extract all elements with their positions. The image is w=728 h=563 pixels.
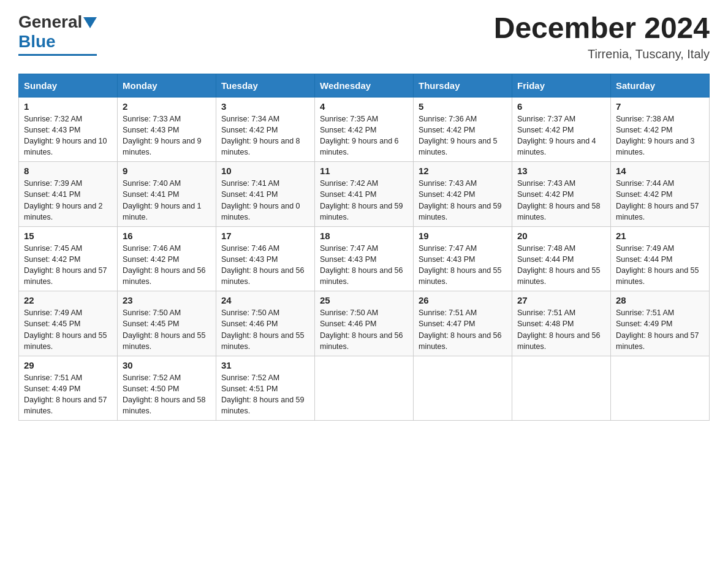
day-info: Sunrise: 7:44 AMSunset: 4:42 PMDaylight:… — [616, 178, 704, 223]
calendar-cell: 23Sunrise: 7:50 AMSunset: 4:45 PMDayligh… — [118, 291, 216, 356]
day-info: Sunrise: 7:35 AMSunset: 4:42 PMDaylight:… — [320, 113, 408, 158]
calendar-cell: 20Sunrise: 7:48 AMSunset: 4:44 PMDayligh… — [512, 226, 611, 291]
calendar-cell: 1Sunrise: 7:32 AMSunset: 4:43 PMDaylight… — [19, 97, 118, 162]
day-number: 28 — [616, 295, 704, 305]
day-number: 18 — [320, 231, 408, 241]
day-info: Sunrise: 7:46 AMSunset: 4:43 PMDaylight:… — [221, 243, 309, 288]
day-number: 6 — [517, 101, 605, 112]
day-number: 10 — [221, 166, 309, 176]
day-info: Sunrise: 7:52 AMSunset: 4:50 PMDaylight:… — [123, 372, 211, 417]
day-info: Sunrise: 7:37 AMSunset: 4:42 PMDaylight:… — [517, 113, 605, 158]
calendar-cell: 13Sunrise: 7:43 AMSunset: 4:42 PMDayligh… — [512, 162, 611, 227]
logo: General Blue — [18, 12, 97, 56]
day-info: Sunrise: 7:36 AMSunset: 4:42 PMDaylight:… — [419, 113, 507, 158]
logo-blue-text: Blue — [18, 32, 56, 52]
calendar-cell — [512, 356, 611, 421]
day-info: Sunrise: 7:51 AMSunset: 4:49 PMDaylight:… — [616, 307, 704, 352]
day-info: Sunrise: 7:39 AMSunset: 4:41 PMDaylight:… — [24, 178, 112, 223]
calendar-cell: 3Sunrise: 7:34 AMSunset: 4:42 PMDaylight… — [216, 97, 315, 162]
calendar-cell: 6Sunrise: 7:37 AMSunset: 4:42 PMDaylight… — [512, 97, 611, 162]
day-info: Sunrise: 7:45 AMSunset: 4:42 PMDaylight:… — [24, 243, 112, 288]
calendar-cell: 22Sunrise: 7:49 AMSunset: 4:45 PMDayligh… — [19, 291, 118, 356]
day-number: 14 — [616, 166, 704, 176]
day-info: Sunrise: 7:33 AMSunset: 4:43 PMDaylight:… — [123, 113, 211, 158]
calendar-cell: 2Sunrise: 7:33 AMSunset: 4:43 PMDaylight… — [118, 97, 216, 162]
month-title: December 2024 — [494, 12, 710, 45]
day-number: 9 — [123, 166, 211, 176]
calendar-cell: 30Sunrise: 7:52 AMSunset: 4:50 PMDayligh… — [118, 356, 216, 421]
day-info: Sunrise: 7:42 AMSunset: 4:41 PMDaylight:… — [320, 178, 408, 223]
col-friday: Friday — [512, 74, 611, 97]
calendar-cell: 14Sunrise: 7:44 AMSunset: 4:42 PMDayligh… — [611, 162, 710, 227]
day-number: 27 — [517, 295, 605, 305]
day-info: Sunrise: 7:46 AMSunset: 4:42 PMDaylight:… — [123, 243, 211, 288]
calendar-cell: 17Sunrise: 7:46 AMSunset: 4:43 PMDayligh… — [216, 226, 315, 291]
calendar-cell: 11Sunrise: 7:42 AMSunset: 4:41 PMDayligh… — [315, 162, 414, 227]
calendar-cell: 21Sunrise: 7:49 AMSunset: 4:44 PMDayligh… — [611, 226, 710, 291]
logo-underline — [18, 54, 97, 56]
col-sunday: Sunday — [19, 74, 118, 97]
day-number: 7 — [616, 101, 704, 112]
day-info: Sunrise: 7:51 AMSunset: 4:49 PMDaylight:… — [24, 372, 112, 417]
col-thursday: Thursday — [414, 74, 512, 97]
day-number: 31 — [221, 360, 309, 370]
day-number: 29 — [24, 360, 112, 370]
day-number: 30 — [123, 360, 211, 370]
calendar-cell: 19Sunrise: 7:47 AMSunset: 4:43 PMDayligh… — [414, 226, 512, 291]
day-number: 24 — [221, 295, 309, 305]
day-number: 5 — [419, 101, 507, 112]
logo-general-text: General — [18, 12, 82, 32]
day-number: 8 — [24, 166, 112, 176]
day-number: 17 — [221, 231, 309, 241]
calendar-cell: 7Sunrise: 7:38 AMSunset: 4:42 PMDaylight… — [611, 97, 710, 162]
calendar-cell: 18Sunrise: 7:47 AMSunset: 4:43 PMDayligh… — [315, 226, 414, 291]
day-info: Sunrise: 7:43 AMSunset: 4:42 PMDaylight:… — [517, 178, 605, 223]
calendar-cell: 28Sunrise: 7:51 AMSunset: 4:49 PMDayligh… — [611, 291, 710, 356]
header-row: Sunday Monday Tuesday Wednesday Thursday… — [19, 74, 710, 97]
day-info: Sunrise: 7:47 AMSunset: 4:43 PMDaylight:… — [320, 243, 408, 288]
day-info: Sunrise: 7:50 AMSunset: 4:46 PMDaylight:… — [221, 307, 309, 352]
day-info: Sunrise: 7:50 AMSunset: 4:46 PMDaylight:… — [320, 307, 408, 352]
day-info: Sunrise: 7:49 AMSunset: 4:44 PMDaylight:… — [616, 243, 704, 288]
day-number: 25 — [320, 295, 408, 305]
calendar-cell: 15Sunrise: 7:45 AMSunset: 4:42 PMDayligh… — [19, 226, 118, 291]
col-monday: Monday — [118, 74, 216, 97]
col-wednesday: Wednesday — [315, 74, 414, 97]
calendar-table: Sunday Monday Tuesday Wednesday Thursday… — [18, 74, 710, 421]
day-info: Sunrise: 7:40 AMSunset: 4:41 PMDaylight:… — [123, 178, 211, 223]
day-info: Sunrise: 7:38 AMSunset: 4:42 PMDaylight:… — [616, 113, 704, 158]
day-info: Sunrise: 7:49 AMSunset: 4:45 PMDaylight:… — [24, 307, 112, 352]
day-number: 11 — [320, 166, 408, 176]
title-area: December 2024 Tirrenia, Tuscany, Italy — [494, 12, 710, 61]
calendar-header: Sunday Monday Tuesday Wednesday Thursday… — [19, 74, 710, 97]
calendar-cell: 16Sunrise: 7:46 AMSunset: 4:42 PMDayligh… — [118, 226, 216, 291]
day-number: 3 — [221, 101, 309, 112]
col-saturday: Saturday — [611, 74, 710, 97]
logo-triangle-icon — [83, 17, 97, 28]
day-number: 21 — [616, 231, 704, 241]
day-number: 22 — [24, 295, 112, 305]
calendar-week-row: 29Sunrise: 7:51 AMSunset: 4:49 PMDayligh… — [19, 356, 710, 421]
day-number: 26 — [419, 295, 507, 305]
day-info: Sunrise: 7:51 AMSunset: 4:48 PMDaylight:… — [517, 307, 605, 352]
day-number: 4 — [320, 101, 408, 112]
day-info: Sunrise: 7:50 AMSunset: 4:45 PMDaylight:… — [123, 307, 211, 352]
col-tuesday: Tuesday — [216, 74, 315, 97]
calendar-cell: 9Sunrise: 7:40 AMSunset: 4:41 PMDaylight… — [118, 162, 216, 227]
calendar-cell: 26Sunrise: 7:51 AMSunset: 4:47 PMDayligh… — [414, 291, 512, 356]
day-number: 12 — [419, 166, 507, 176]
calendar-cell: 12Sunrise: 7:43 AMSunset: 4:42 PMDayligh… — [414, 162, 512, 227]
calendar-cell: 5Sunrise: 7:36 AMSunset: 4:42 PMDaylight… — [414, 97, 512, 162]
calendar-cell: 29Sunrise: 7:51 AMSunset: 4:49 PMDayligh… — [19, 356, 118, 421]
day-number: 15 — [24, 231, 112, 241]
day-info: Sunrise: 7:34 AMSunset: 4:42 PMDaylight:… — [221, 113, 309, 158]
calendar-cell: 24Sunrise: 7:50 AMSunset: 4:46 PMDayligh… — [216, 291, 315, 356]
calendar-cell — [414, 356, 512, 421]
day-info: Sunrise: 7:41 AMSunset: 4:41 PMDaylight:… — [221, 178, 309, 223]
day-number: 13 — [517, 166, 605, 176]
calendar-cell: 4Sunrise: 7:35 AMSunset: 4:42 PMDaylight… — [315, 97, 414, 162]
calendar-week-row: 15Sunrise: 7:45 AMSunset: 4:42 PMDayligh… — [19, 226, 710, 291]
day-number: 19 — [419, 231, 507, 241]
day-info: Sunrise: 7:32 AMSunset: 4:43 PMDaylight:… — [24, 113, 112, 158]
calendar-cell: 31Sunrise: 7:52 AMSunset: 4:51 PMDayligh… — [216, 356, 315, 421]
